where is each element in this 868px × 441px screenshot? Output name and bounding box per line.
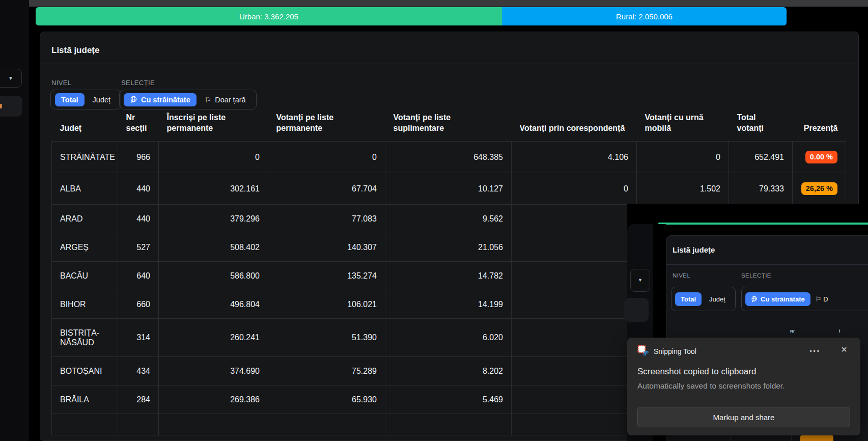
cell-value: 0	[159, 141, 268, 173]
total-button[interactable]: Total	[55, 93, 85, 106]
cell-value: 652.491	[729, 141, 793, 173]
globe-plus-icon	[130, 96, 137, 103]
cell-value: 79.333	[729, 173, 793, 204]
cell-empty	[385, 414, 512, 435]
mini-nivel-label: NIVEL	[673, 272, 690, 279]
urban-segment: Urban: 3.362.205	[36, 7, 502, 25]
card-title: Listă județe	[51, 45, 99, 56]
prezenta-badge: 0.00 %	[805, 151, 837, 163]
snipping-tool-toast[interactable]: Snipping Tool ••• × Screenshot copied to…	[627, 338, 860, 435]
cell-value: 4.106	[512, 141, 637, 173]
desktop-root: { "top_bar": { "urban": { "label": "Urba…	[0, 0, 868, 441]
mini-chevron-down-icon: ▼	[638, 278, 642, 283]
cell-value	[512, 356, 637, 385]
card-divider	[40, 64, 858, 64]
mini-card-title: Listă județe	[673, 245, 715, 254]
cell-value: 374.690	[159, 356, 268, 385]
mini-urban-bar-fragment	[658, 223, 868, 225]
column-header: Votanți prin corespondență	[512, 113, 637, 141]
cell-value: 8.202	[385, 356, 512, 385]
cell-value: 1.502	[637, 173, 729, 204]
markup-and-share-button[interactable]: Markup and share	[637, 407, 850, 427]
cell-value: 302.161	[159, 173, 268, 204]
toast-message: Screenshot copied to clipboard	[637, 367, 756, 377]
cell-value: 5.469	[385, 385, 512, 414]
sidebar-panel[interactable]	[0, 96, 22, 117]
mini-selectie-label: SELECȚIE	[741, 272, 771, 279]
column-header: Prezență	[793, 113, 846, 141]
close-icon[interactable]: ×	[841, 344, 847, 354]
cell-value: 440	[118, 204, 159, 233]
flag-icon: ⚐	[205, 96, 211, 103]
column-header: Nr secții	[118, 113, 159, 141]
cell-judet: BISTRIȚA-NĂSĂUD	[52, 318, 118, 356]
cell-value: 9.562	[385, 204, 512, 233]
cell-value: 648.385	[385, 141, 512, 173]
cell-value: 135.274	[268, 261, 385, 290]
rural-label: Rural: 2.050.006	[616, 12, 673, 21]
toast-submessage: Automatically saved to screenshots folde…	[637, 381, 785, 391]
cell-judet: ARGEȘ	[52, 233, 118, 261]
column-header: Votanți pe liste permanente	[268, 113, 385, 141]
mini-judet-button: Județ	[704, 292, 731, 306]
sidebar-collapse-button[interactable]: ▼	[0, 69, 22, 88]
cell-value	[512, 233, 637, 261]
cell-judet: STRĂINĂTATE	[52, 141, 118, 173]
cell-value: 586.800	[159, 261, 268, 290]
mini-card-divider	[666, 264, 868, 265]
urban-rural-bar: Urban: 3.362.205 Rural: 2.050.006	[36, 7, 787, 25]
more-options-icon[interactable]: •••	[809, 348, 821, 355]
cell-value: 140.307	[268, 233, 385, 261]
cell-value: 106.021	[268, 290, 385, 318]
selectie-group: Cu străinătate ⚐ Doar țară	[119, 90, 257, 109]
rural-segment: Rural: 2.050.006	[502, 7, 787, 25]
mini-globe-plus-icon	[751, 296, 758, 302]
cell-value: 966	[118, 141, 159, 173]
mini-table-header-fragment: Nr	[790, 329, 795, 334]
cell-value: 51.390	[268, 318, 385, 356]
cell-value: 77.083	[268, 204, 385, 233]
mini-judet-label: Județ	[709, 295, 725, 303]
cell-value: 269.386	[159, 385, 268, 414]
cell-empty	[52, 414, 118, 435]
cell-value: 0	[637, 141, 729, 173]
doar-tara-button[interactable]: ⚐ Doar țară	[199, 93, 252, 106]
mini-total-button: Total	[675, 292, 702, 306]
cell-value: 10.127	[385, 173, 512, 204]
prezenta-badge: 26,26 %	[801, 182, 837, 195]
column-header: Înscriși pe liste permanente	[159, 113, 268, 141]
column-header: Votanți pe liste suplimentare	[385, 113, 512, 141]
mini-prezenta-badge-fragment	[800, 435, 833, 441]
total-button-label: Total	[61, 96, 78, 104]
cell-value	[512, 318, 637, 356]
mini-selectie-group: Cu străinătate ⚐ D	[741, 287, 868, 311]
chevron-down-icon: ▼	[8, 76, 13, 81]
mini-cu-strainatate-label: Cu străinătate	[761, 295, 805, 303]
mini-table-column-line	[791, 435, 792, 441]
cu-strainatate-button[interactable]: Cu străinătate	[124, 93, 197, 106]
cell-value: 14.782	[385, 261, 512, 290]
table-row: STRĂINĂTATE96600648.3854.1060652.4910.00…	[52, 141, 846, 173]
table-header-row: JudețNr secțiiÎnscriși pe liste permanen…	[52, 113, 846, 141]
mini-sidebar-collapse-button: ▼	[630, 269, 650, 292]
cell-value: 0	[512, 173, 637, 204]
judet-button[interactable]: Județ	[87, 93, 117, 106]
markup-and-share-label: Markup and share	[713, 413, 775, 422]
cell-judet: BRĂILA	[52, 385, 118, 414]
cell-empty	[512, 414, 637, 435]
column-header: Total votanți	[729, 113, 793, 141]
cell-value: 0	[268, 141, 385, 173]
column-header: Județ	[52, 113, 118, 141]
cell-value	[512, 261, 637, 290]
cell-value: 284	[118, 385, 159, 414]
cell-judet: ALBA	[52, 173, 118, 204]
cell-value: 6.020	[385, 318, 512, 356]
nivel-label: NIVEL	[51, 79, 72, 87]
cell-prezenta: 26,26 %	[793, 173, 846, 204]
nivel-group: Total Județ	[50, 90, 121, 109]
cu-strainatate-label: Cu străinătate	[141, 96, 190, 104]
cell-value	[512, 385, 637, 414]
cell-value: 508.402	[159, 233, 268, 261]
cell-judet: ARAD	[52, 204, 118, 233]
cell-value: 67.704	[268, 173, 385, 204]
